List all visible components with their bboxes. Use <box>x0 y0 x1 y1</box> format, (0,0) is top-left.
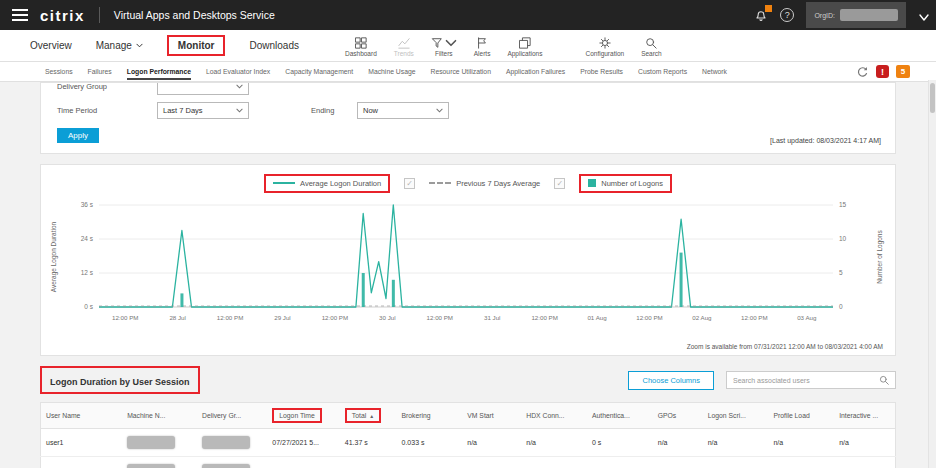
column-header-machine-n-[interactable]: Machine N... <box>122 403 197 429</box>
subtab-network[interactable]: Network <box>702 63 727 80</box>
help-icon[interactable]: ? <box>780 8 794 22</box>
app-window: citrix Virtual Apps and Desktops Service… <box>0 0 936 468</box>
table-cell: n/a <box>768 457 834 468</box>
top-bar: citrix Virtual Apps and Desktops Service… <box>0 0 936 30</box>
legend-previous-7-days-average[interactable]: Previous 7 Days Average <box>429 179 540 188</box>
column-header-logon-time[interactable]: Logon Time <box>267 403 340 429</box>
column-header-total[interactable]: Total▲ <box>340 403 397 429</box>
subtab-probe-results[interactable]: Probe Results <box>580 63 623 80</box>
table-cell: n/a <box>653 457 703 468</box>
configuration-icon <box>599 37 611 49</box>
table-cell: 0.033 s <box>397 429 463 457</box>
nav-item-overview[interactable]: Overview <box>30 40 72 51</box>
legend-average-logon-duration[interactable]: Average Logon Duration <box>264 174 390 193</box>
apply-button[interactable]: Apply <box>57 128 99 143</box>
column-header-label: Logon Time <box>279 412 315 419</box>
svg-text:30 Jul: 30 Jul <box>379 314 396 321</box>
subtab-resource-utilization[interactable]: Resource Utilization <box>430 63 490 80</box>
subtab-logon-performance[interactable]: Logon Performance <box>127 63 191 80</box>
main-nav-bar: OverviewManageMonitorDownloads Dashboard… <box>0 30 936 62</box>
search-box <box>726 371 896 389</box>
ending-value: Now <box>363 106 378 115</box>
column-header-label: Interactive ... <box>839 412 878 419</box>
delivery-group-select[interactable] <box>157 82 249 95</box>
last-updated-text: [Last updated: 08/03/2021 4:17 AM] <box>770 137 881 144</box>
nav-item-monitor[interactable]: Monitor <box>167 35 226 56</box>
nav-item-manage[interactable]: Manage <box>96 40 143 51</box>
table-cell: n/a <box>834 457 895 468</box>
table-cell: user1 <box>41 429 123 457</box>
org-id-redacted <box>840 9 898 21</box>
hamburger-menu-icon[interactable] <box>12 9 28 21</box>
tool-trends[interactable]: Trends <box>394 36 414 57</box>
svg-text:12:00 PM: 12:00 PM <box>112 314 138 321</box>
legend-number-of-logons[interactable]: Number of Logons <box>579 174 672 193</box>
line-sample-icon <box>273 182 295 184</box>
tool-dashboard[interactable]: Dashboard <box>345 36 377 57</box>
table-row[interactable]: user107/27/2021 5...41.37 s0.033 sn/an/a… <box>41 429 896 457</box>
subtab-sessions[interactable]: Sessions <box>45 63 73 80</box>
svg-text:15: 15 <box>839 201 847 208</box>
tool-label: Configuration <box>585 50 624 57</box>
legend-label: Previous 7 Days Average <box>456 179 540 188</box>
legend-checkbox[interactable]: ✓ <box>554 178 565 189</box>
subtab-custom-reports[interactable]: Custom Reports <box>638 63 687 80</box>
column-header-label: Profile Load <box>773 412 809 419</box>
tool-applications[interactable]: Applications <box>507 36 542 57</box>
column-header-vm-start[interactable]: VM Start <box>462 403 521 429</box>
subtab-application-failures[interactable]: Application Failures <box>506 63 565 80</box>
table-cell: 0 s <box>587 457 653 468</box>
column-header-user-name[interactable]: User Name <box>41 403 123 429</box>
logon-chart[interactable]: 0 s12 s24 s36 s05101512:00 PM28 Jul12:00… <box>41 195 895 345</box>
citrix-logo: citrix <box>40 7 85 24</box>
column-header-authentica-[interactable]: Authentica... <box>587 403 653 429</box>
table-title: Logon Duration by User Session <box>50 377 190 387</box>
tool-label: Dashboard <box>345 50 377 57</box>
svg-text:28 Jul: 28 Jul <box>169 314 186 321</box>
subtab-load-evaluator-index[interactable]: Load Evaluator Index <box>206 63 270 80</box>
critical-alerts-icon[interactable]: ! <box>876 65 889 78</box>
icon-toolbar: DashboardTrendsFiltersAlertsApplications… <box>345 34 662 57</box>
tool-label: Trends <box>394 50 414 57</box>
column-header-profile-load[interactable]: Profile Load <box>768 403 834 429</box>
subtab-machine-usage[interactable]: Machine Usage <box>368 63 415 80</box>
column-header-interactive-[interactable]: Interactive ... <box>834 403 895 429</box>
table-header: User NameMachine N...Delivery Gr...Logon… <box>41 403 896 429</box>
svg-text:12:00 PM: 12:00 PM <box>217 314 243 321</box>
ending-select[interactable]: Now <box>357 102 449 119</box>
vertical-scrollbar[interactable] <box>928 80 936 468</box>
notifications-bell-icon[interactable] <box>754 8 768 22</box>
column-header-label: Logon Scri... <box>708 412 746 419</box>
subtab-failures[interactable]: Failures <box>88 63 112 80</box>
choose-columns-button[interactable]: Choose Columns <box>628 371 714 390</box>
warning-alerts-badge[interactable]: 5 <box>896 65 910 78</box>
svg-text:29 Jul: 29 Jul <box>274 314 291 321</box>
column-header-logon-scri-[interactable]: Logon Scri... <box>703 403 769 429</box>
logon-duration-table: User NameMachine N...Delivery Gr...Logon… <box>40 402 896 468</box>
tool-filters[interactable]: Filters <box>431 36 457 57</box>
column-header-delivery-gr-[interactable]: Delivery Gr... <box>197 403 267 429</box>
column-header-brokering[interactable]: Brokering <box>397 403 463 429</box>
alerts-icon <box>476 37 488 49</box>
subtab-capacity-management[interactable]: Capacity Management <box>285 63 353 80</box>
tool-alerts[interactable]: Alerts <box>474 36 491 57</box>
applications-icon <box>519 37 531 49</box>
time-period-value: Last 7 Days <box>163 106 203 115</box>
tool-search[interactable]: Search <box>641 36 662 57</box>
column-header-gpos[interactable]: GPOs <box>653 403 703 429</box>
scrollbar-thumb[interactable] <box>930 83 935 113</box>
nav-item-downloads[interactable]: Downloads <box>249 40 298 51</box>
table-cell: 36.29 s <box>340 457 397 468</box>
column-header-label: Brokering <box>402 412 431 419</box>
legend-checkbox[interactable]: ✓ <box>404 178 415 189</box>
sub-tabs: SessionsFailuresLogon PerformanceLoad Ev… <box>45 63 727 80</box>
table-row[interactable]: user107/30/2021 2...36.29 s0.03 sn/an/a0… <box>41 457 896 468</box>
page-content: Delivery Group Time Period Last 7 Days E… <box>0 82 936 468</box>
account-chevron-down-icon[interactable] <box>918 9 930 21</box>
search-input[interactable] <box>733 377 879 384</box>
time-period-select[interactable]: Last 7 Days <box>157 102 249 119</box>
ending-label: Ending <box>311 106 357 115</box>
tool-configuration[interactable]: Configuration <box>585 36 624 57</box>
column-header-hdx-conn-[interactable]: HDX Conn... <box>521 403 587 429</box>
refresh-icon[interactable] <box>856 65 869 78</box>
